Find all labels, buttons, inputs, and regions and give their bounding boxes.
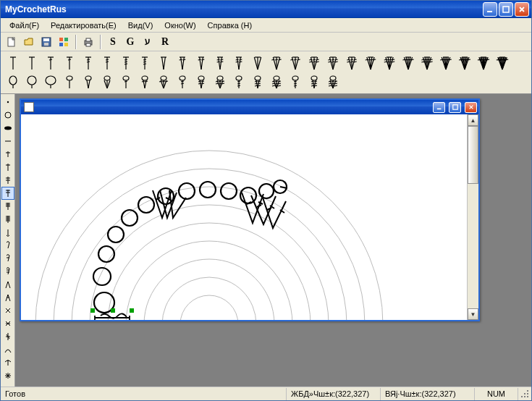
stitch-v-19[interactable] [361,54,380,72]
menu-window[interactable]: Окно(W) [159,20,201,31]
side-tool-8[interactable] [1,200,14,213]
scroll-down-button[interactable]: ▼ [468,308,478,320]
side-tool-1[interactable] [1,109,14,122]
stitch-v-2[interactable] [41,54,60,72]
side-tool-9[interactable] [1,213,14,226]
stitch-misc-9[interactable] [173,72,192,91]
close-button[interactable] [515,2,529,17]
doc-close-button[interactable] [465,102,477,113]
side-tool-10[interactable] [1,226,14,239]
stitch-v-17[interactable] [324,54,342,72]
open-button[interactable] [21,34,37,50]
maximize-button[interactable] [499,2,513,17]
side-tool-21[interactable] [1,369,14,382]
stitch-v-8[interactable] [154,54,173,72]
text-btn-uc[interactable]: ע [140,34,156,50]
stitch-v-15[interactable] [286,54,305,72]
print-button[interactable] [80,34,96,50]
resize-grip[interactable] [518,387,531,400]
save-button[interactable] [38,34,54,50]
side-tool-17[interactable] [1,317,14,330]
stitch-v-14[interactable] [267,54,286,72]
side-tool-7[interactable] [1,187,14,200]
side-tool-13[interactable] [1,265,14,278]
stitch-misc-2[interactable] [41,72,60,91]
stitch-misc-12[interactable] [229,72,248,91]
stitch-misc-10[interactable] [192,72,211,91]
side-tool-16[interactable] [1,304,14,317]
side-tool-19[interactable] [1,343,14,356]
side-tool-12[interactable] [1,252,14,265]
stitch-misc-15[interactable] [286,72,305,91]
stitch-v-1[interactable] [22,54,41,72]
menu-edit[interactable]: Редактировать(E) [45,20,122,31]
menu-file[interactable]: Файл(F) [4,20,45,31]
scroll-thumb[interactable] [468,126,478,184]
text-btn-r[interactable]: R [157,34,173,50]
stitch-misc-8[interactable] [154,72,173,91]
new-button[interactable] [4,34,20,50]
canvas[interactable] [21,114,467,320]
side-tool-2[interactable] [1,122,14,135]
stitch-v-0[interactable] [4,54,22,72]
menu-view[interactable]: Вид(V) [122,20,159,31]
stitch-misc-7[interactable] [135,72,154,91]
doc-minimize-button[interactable] [433,102,445,113]
scroll-up-button[interactable]: ▲ [468,114,478,126]
stitch-v-16[interactable] [305,54,324,72]
stitch-misc-13[interactable] [248,72,267,91]
stitch-v-4[interactable] [79,54,98,72]
stitch-v-18[interactable] [342,54,361,72]
stitch-v-21[interactable] [399,54,418,72]
stitch-v-26[interactable] [493,54,512,72]
side-tool-11[interactable] [1,239,14,252]
stitch-misc-4[interactable] [79,72,98,91]
side-tool-0[interactable] [1,96,14,109]
stitch-v-3[interactable] [60,54,79,72]
side-tool-18[interactable] [1,330,14,343]
stitch-v-6[interactable] [117,54,135,72]
statusbar: Готов ЖБД»Чш±к:(322,327) ВЯј·Чш±к:(322,3… [1,387,531,400]
text-btn-g[interactable]: G [122,34,138,50]
stitch-misc-3[interactable] [60,72,79,91]
selection-handle-n[interactable] [111,308,115,313]
side-tool-3[interactable] [1,135,14,148]
stitch-misc-5[interactable] [98,72,117,91]
selection-handle-nw[interactable] [90,308,95,313]
svg-point-25 [236,76,242,80]
vertical-scrollbar[interactable]: ▲ ▼ [467,114,478,320]
stitch-misc-11[interactable] [211,72,229,91]
stitch-misc-14[interactable] [267,72,286,91]
doc-maximize-button[interactable] [449,102,461,113]
stitch-v-10[interactable] [192,54,211,72]
stitch-v-11[interactable] [211,54,229,72]
stitch-v-24[interactable] [455,54,474,72]
document-titlebar[interactable] [21,100,478,114]
stitch-misc-0[interactable] [4,72,22,91]
stitch-misc-1[interactable] [22,72,41,91]
stitch-v-5[interactable] [98,54,117,72]
menu-help[interactable]: Справка (H) [202,20,258,31]
side-tool-5[interactable] [1,161,14,174]
scroll-track[interactable] [468,126,478,308]
side-tool-6[interactable] [1,174,14,187]
selection-handle-ne[interactable] [130,308,134,313]
text-btn-s[interactable]: S [105,34,121,50]
stitch-v-23[interactable] [436,54,455,72]
stitch-v-12[interactable] [229,54,248,72]
stitch-v-7[interactable] [135,54,154,72]
stitch-v-13[interactable] [248,54,267,72]
minimize-button[interactable] [483,2,497,17]
stitch-v-25[interactable] [474,54,493,72]
stitch-v-9[interactable] [173,54,192,72]
color-button[interactable] [56,34,72,50]
side-tool-4[interactable] [1,148,14,161]
stitch-misc-17[interactable] [324,72,342,91]
stitch-v-22[interactable] [418,54,436,72]
stitch-misc-16[interactable] [305,72,324,91]
stitch-misc-6[interactable] [117,72,135,91]
side-tool-20[interactable] [1,356,14,369]
side-tool-15[interactable] [1,291,14,304]
stitch-v-20[interactable] [380,54,399,72]
side-tool-14[interactable] [1,278,14,291]
